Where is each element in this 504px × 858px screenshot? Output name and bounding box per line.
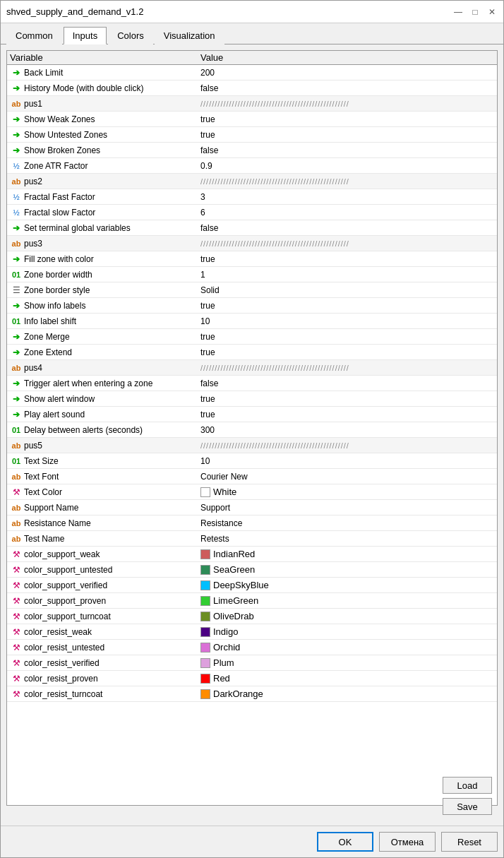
variable-name: Zone ATR Factor xyxy=(23,161,200,171)
table-row[interactable]: ➔ Play alert sound true xyxy=(7,407,497,422)
color-icon: ⚒ xyxy=(10,612,23,621)
table-row[interactable]: ⚒ color_resist_untested Orchid xyxy=(7,640,497,655)
table-row[interactable]: ½ Fractal slow Factor 6 xyxy=(7,205,497,220)
color-icon: ⚒ xyxy=(10,627,23,637)
value-cell: 0.9 xyxy=(200,161,494,171)
title-bar: shved_supply_and_demand_v1.2 — □ ✕ xyxy=(1,1,503,23)
color-value-cell: LimeGreen xyxy=(200,595,258,606)
color-name: DeepSkyBlue xyxy=(213,580,269,590)
save-button[interactable]: Save xyxy=(443,798,492,815)
value-cell: true xyxy=(200,410,494,419)
table-row[interactable]: 01 Delay between alerts (seconds) 300 xyxy=(7,422,497,438)
table-row[interactable]: ⚒ color_resist_proven Red xyxy=(7,671,497,686)
table-row[interactable]: ➔ Fill zone with color true xyxy=(7,251,497,267)
tab-inputs[interactable]: Inputs xyxy=(64,27,107,44)
table-row[interactable]: ab pus4 ////////////////////////////////… xyxy=(7,360,497,376)
variable-name: color_support_verified xyxy=(23,580,200,590)
table-row[interactable]: ⚒ color_support_verified DeepSkyBlue xyxy=(7,578,497,593)
variable-name: Play alert sound xyxy=(23,410,200,419)
table-row[interactable]: ➔ Show Broken Zones false xyxy=(7,143,497,158)
maximize-button[interactable]: □ xyxy=(469,6,481,18)
tab-visualization[interactable]: Visualization xyxy=(155,27,224,44)
content-area: Variable Value ➔ Back Limit 200 ➔ Histor… xyxy=(1,44,503,826)
variable-name: color_support_untested xyxy=(23,565,200,575)
ok-button[interactable]: OK xyxy=(317,832,373,852)
value-cell: true xyxy=(200,347,494,357)
value-cell: 10 xyxy=(200,456,494,466)
color-swatch xyxy=(200,627,210,637)
half-icon: ½ xyxy=(10,193,23,201)
table-row[interactable]: ⚒ color_support_turncoat OliveDrab xyxy=(7,609,497,624)
table-row[interactable]: ➔ Trigger alert when entering a zone fal… xyxy=(7,376,497,391)
load-button[interactable]: Load xyxy=(443,777,492,794)
color-icon: ⚒ xyxy=(10,643,23,653)
value-cell: 10 xyxy=(200,316,494,326)
table-row[interactable]: ½ Fractal Fast Factor 3 xyxy=(7,189,497,205)
col-header-value: Value xyxy=(200,52,494,63)
main-content: Variable Value ➔ Back Limit 200 ➔ Histor… xyxy=(1,44,503,857)
col-header-variable: Variable xyxy=(10,52,200,63)
minimize-button[interactable]: — xyxy=(452,6,464,18)
01-icon: 01 xyxy=(10,457,23,465)
table-row[interactable]: 01 Zone border width 1 xyxy=(7,267,497,282)
table-row[interactable]: ab pus5 ////////////////////////////////… xyxy=(7,438,497,453)
value-cell: false xyxy=(200,145,494,155)
table-row[interactable]: ➔ Show alert window true xyxy=(7,391,497,407)
table-row[interactable]: 01 Text Size 10 xyxy=(7,453,497,469)
color-name: IndianRed xyxy=(213,549,255,559)
table-row[interactable]: ab pus1 ////////////////////////////////… xyxy=(7,96,497,112)
tab-bar: Common Inputs Colors Visualization xyxy=(1,23,503,44)
table-row[interactable]: ➔ Show Untested Zones true xyxy=(7,127,497,143)
arrow-icon: ➔ xyxy=(10,254,23,264)
variable-name: Fill zone with color xyxy=(23,254,200,264)
cancel-button[interactable]: Отмена xyxy=(379,832,436,852)
reset-button[interactable]: Reset xyxy=(441,832,498,852)
value-cell: true xyxy=(200,130,494,140)
arrow-icon: ➔ xyxy=(10,301,23,311)
table-row[interactable]: ab pus3 ////////////////////////////////… xyxy=(7,236,497,251)
table-row[interactable]: ➔ Zone Merge true xyxy=(7,329,497,345)
table-row[interactable]: ⚒ color_support_untested SeaGreen xyxy=(7,562,497,578)
table-row[interactable]: 01 Info label shift 10 xyxy=(7,314,497,329)
color-name: SeaGreen xyxy=(213,564,255,575)
table-row[interactable]: ⚒ color_resist_turncoat DarkOrange xyxy=(7,686,497,702)
table-row[interactable]: ⚒ color_support_proven LimeGreen xyxy=(7,593,497,609)
value-cell: Retests xyxy=(200,534,494,544)
color-value-cell: IndianRed xyxy=(200,549,255,559)
color-value-cell: OliveDrab xyxy=(200,611,254,621)
table-row[interactable]: ab pus2 ////////////////////////////////… xyxy=(7,174,497,189)
table-row[interactable]: ➔ Zone Extend true xyxy=(7,345,497,360)
table-row[interactable]: ⚒ Text Color White xyxy=(7,484,497,500)
table-row[interactable]: ☰ Zone border style Solid xyxy=(7,282,497,298)
table-row[interactable]: ➔ Back Limit 200 xyxy=(7,65,497,81)
table-row[interactable]: ab Text Font Courier New xyxy=(7,469,497,484)
variable-name: Text Size xyxy=(23,456,200,466)
close-button[interactable]: ✕ xyxy=(486,6,498,18)
variable-name: pus5 xyxy=(23,441,200,451)
lines-icon: ☰ xyxy=(10,285,23,295)
color-swatch xyxy=(200,643,210,653)
table-row[interactable]: ⚒ color_resist_weak Indigo xyxy=(7,624,497,640)
tab-common[interactable]: Common xyxy=(6,27,62,44)
table-row[interactable]: ⚒ color_resist_verified Plum xyxy=(7,655,497,671)
table-row[interactable]: ab Resistance Name Resistance xyxy=(7,516,497,531)
value-cell: ////////////////////////////////////////… xyxy=(200,177,494,186)
ab-icon: ab xyxy=(10,535,23,543)
tab-colors[interactable]: Colors xyxy=(108,27,153,44)
table-header: Variable Value xyxy=(7,51,497,65)
table-row[interactable]: ab Test Name Retests xyxy=(7,531,497,547)
variable-name: Info label shift xyxy=(23,316,200,326)
table-row[interactable]: ➔ Show Weak Zones true xyxy=(7,112,497,127)
ab-icon: ab xyxy=(10,100,23,108)
table-row[interactable]: ➔ Show info labels true xyxy=(7,298,497,314)
table-row[interactable]: ➔ History Mode (with double click) false xyxy=(7,81,497,96)
color-name: LimeGreen xyxy=(213,595,258,606)
table-row[interactable]: ½ Zone ATR Factor 0.9 xyxy=(7,158,497,174)
table-row[interactable]: ⚒ color_support_weak IndianRed xyxy=(7,547,497,562)
ab-icon: ab xyxy=(10,472,23,481)
variable-name: Support Name xyxy=(23,503,200,513)
variable-name: Show Broken Zones xyxy=(23,145,200,155)
color-swatch xyxy=(200,689,210,699)
table-row[interactable]: ➔ Set terminal global variables false xyxy=(7,220,497,236)
table-row[interactable]: ab Support Name Support xyxy=(7,500,497,516)
